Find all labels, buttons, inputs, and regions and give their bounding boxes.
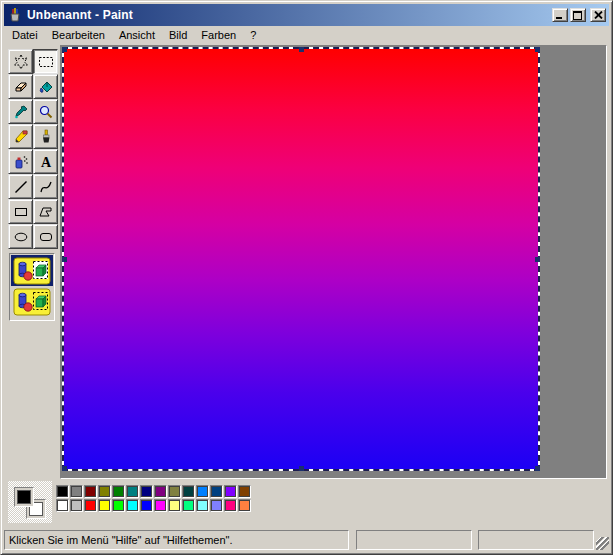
menu-item-hilfe[interactable]: ? <box>243 27 263 44</box>
minimize-button[interactable] <box>552 8 568 22</box>
window-title: Unbenannt - Paint <box>27 8 552 22</box>
option-transparent-selection[interactable] <box>11 286 53 317</box>
color-palette-grid <box>56 485 251 513</box>
line-icon <box>13 179 29 195</box>
color-swatch[interactable] <box>84 485 97 498</box>
close-button[interactable] <box>590 8 606 22</box>
color-swatch[interactable] <box>168 499 181 512</box>
tool-fill-with-color[interactable] <box>33 74 58 99</box>
color-swatch[interactable] <box>70 499 83 512</box>
color-swatch[interactable] <box>154 499 167 512</box>
tool-rounded-rectangle[interactable] <box>33 224 58 249</box>
color-swatch[interactable] <box>182 485 195 498</box>
tool-curve[interactable] <box>33 174 58 199</box>
pencil-icon <box>13 129 29 145</box>
eraser-icon <box>13 79 29 95</box>
rectangle-select-icon <box>38 54 54 70</box>
polygon-icon <box>38 204 54 220</box>
tool-brush[interactable] <box>33 124 58 149</box>
color-swatch[interactable] <box>210 499 223 512</box>
color-swatch[interactable] <box>154 485 167 498</box>
color-swatch[interactable] <box>168 485 181 498</box>
menu-item-ansicht[interactable]: Ansicht <box>112 27 162 44</box>
color-swatch[interactable] <box>112 499 125 512</box>
transparent-selection-icon <box>13 288 51 316</box>
selection-handle-top-right[interactable] <box>535 47 540 52</box>
menu-item-datei[interactable]: Datei <box>5 27 45 44</box>
paint-bucket-icon <box>38 79 54 95</box>
color-swatch[interactable] <box>70 485 83 498</box>
selection-handle-bottom-right[interactable] <box>535 466 540 471</box>
magnifier-icon <box>38 104 54 120</box>
menu-item-bild[interactable]: Bild <box>162 27 194 44</box>
color-swatch[interactable] <box>56 485 69 498</box>
canvas[interactable] <box>64 49 538 469</box>
canvas-workspace <box>60 45 607 479</box>
brush-icon <box>38 129 54 145</box>
color-swatch[interactable] <box>126 485 139 498</box>
paint-app-icon <box>7 7 23 23</box>
tool-polygon[interactable] <box>33 199 58 224</box>
color-swatch[interactable] <box>196 499 209 512</box>
paint-window: Unbenannt - Paint Datei Bearbeiten An <box>0 0 613 555</box>
menu-item-bearbeiten[interactable]: Bearbeiten <box>45 27 112 44</box>
tool-grid: A <box>8 49 58 249</box>
color-swatch[interactable] <box>98 499 111 512</box>
svg-text:A: A <box>40 155 51 170</box>
color-swatch[interactable] <box>98 485 111 498</box>
option-opaque-selection[interactable] <box>11 255 53 286</box>
foreground-color-swatch <box>17 490 31 504</box>
status-panel-coordinates <box>356 530 472 550</box>
color-palette-bar <box>4 479 609 525</box>
eyedropper-icon <box>13 104 29 120</box>
color-swatch[interactable] <box>140 485 153 498</box>
selection-handle-bottom-middle[interactable] <box>299 466 304 471</box>
canvas-selection[interactable] <box>62 47 540 471</box>
selection-handle-top-middle[interactable] <box>299 47 304 52</box>
color-swatch[interactable] <box>224 499 237 512</box>
tool-line[interactable] <box>8 174 33 199</box>
tool-ellipse[interactable] <box>8 224 33 249</box>
status-message: Klicken Sie im Menü "Hilfe" auf "Hilfeth… <box>4 530 349 550</box>
tool-airbrush[interactable] <box>8 149 33 174</box>
tool-pencil[interactable] <box>8 124 33 149</box>
color-swatch[interactable] <box>182 499 195 512</box>
text-icon: A <box>38 154 54 170</box>
maximize-button[interactable] <box>570 8 586 22</box>
selection-handle-bottom-left[interactable] <box>62 466 67 471</box>
menu-item-farben[interactable]: Farben <box>194 27 243 44</box>
titlebar[interactable]: Unbenannt - Paint <box>4 4 609 26</box>
color-swatch[interactable] <box>238 485 251 498</box>
color-indicator[interactable] <box>7 480 53 524</box>
color-swatch[interactable] <box>210 485 223 498</box>
rounded-rectangle-icon <box>38 229 54 245</box>
color-swatch[interactable] <box>126 499 139 512</box>
menu-bar: Datei Bearbeiten Ansicht Bild Farben ? <box>4 26 609 45</box>
color-swatch[interactable] <box>238 499 251 512</box>
rectangle-icon <box>13 204 29 220</box>
color-swatch[interactable] <box>140 499 153 512</box>
tool-panel: A <box>4 45 60 479</box>
ellipse-icon <box>13 229 29 245</box>
color-swatch[interactable] <box>196 485 209 498</box>
tool-text[interactable]: A <box>33 149 58 174</box>
selection-handle-top-left[interactable] <box>62 47 67 52</box>
selection-handle-middle-right[interactable] <box>535 257 540 262</box>
tool-free-form-select[interactable] <box>8 49 33 74</box>
selection-handle-middle-left[interactable] <box>62 257 67 262</box>
tool-eraser[interactable] <box>8 74 33 99</box>
curve-icon <box>38 179 54 195</box>
tool-rectangle[interactable] <box>8 199 33 224</box>
resize-grip[interactable] <box>596 537 609 550</box>
tool-magnifier[interactable] <box>33 99 58 124</box>
free-form-select-icon <box>13 54 29 70</box>
airbrush-icon <box>13 154 29 170</box>
color-swatch[interactable] <box>224 485 237 498</box>
selection-options-box <box>9 253 55 321</box>
color-swatch[interactable] <box>84 499 97 512</box>
status-bar: Klicken Sie im Menü "Hilfe" auf "Hilfeth… <box>4 528 609 553</box>
tool-select-rectangle[interactable] <box>33 49 58 74</box>
tool-pick-color[interactable] <box>8 99 33 124</box>
color-swatch[interactable] <box>56 499 69 512</box>
color-swatch[interactable] <box>112 485 125 498</box>
